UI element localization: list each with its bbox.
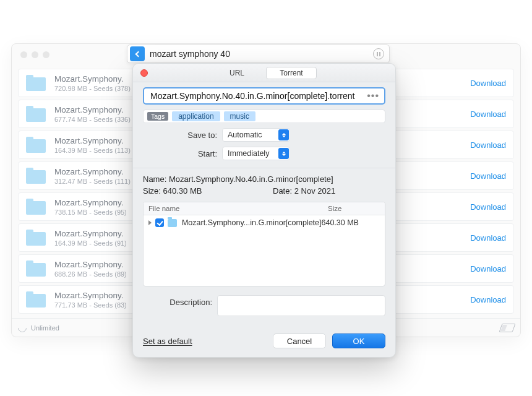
file-checkbox[interactable]	[155, 218, 164, 227]
save-to-select[interactable]: Automatic	[222, 128, 290, 142]
traffic-min-icon[interactable]	[32, 51, 38, 58]
chevron-left-icon	[135, 51, 141, 57]
col-size[interactable]: Size	[323, 202, 385, 215]
tag-music[interactable]: music	[224, 111, 255, 121]
start-select[interactable]: Immediately	[222, 147, 290, 160]
download-link[interactable]: Download	[470, 202, 506, 212]
back-button[interactable]	[130, 46, 145, 61]
torrent-meta: Name: Mozart.Symphony.No.40.in.G.minor[c…	[143, 174, 385, 196]
download-link[interactable]: Download	[470, 110, 506, 119]
dialog-titlebar: URL Torrent	[133, 64, 395, 82]
folder-icon	[26, 230, 46, 246]
file-name: Mozart.Symphony...in.G.minor[complete]	[182, 218, 322, 227]
download-link[interactable]: Download	[470, 264, 506, 273]
set-as-default-link[interactable]: Set as default	[143, 337, 192, 346]
gauge-icon	[16, 322, 28, 334]
disclosure-icon[interactable]	[148, 220, 152, 225]
tab-torrent[interactable]: Torrent	[266, 67, 317, 79]
save-to-label: Save to:	[143, 131, 222, 140]
add-download-dialog: URL Torrent ••• Tags application music S…	[132, 63, 396, 358]
status-unlimited: Unlimited	[18, 324, 59, 332]
file-table: File name Size Mozart.Symphony...in.G.mi…	[143, 202, 385, 286]
traffic-close-icon[interactable]	[20, 51, 27, 58]
more-icon[interactable]: •••	[364, 90, 382, 101]
start-label: Start:	[143, 149, 222, 158]
folder-icon	[26, 168, 46, 184]
traffic-zoom-icon[interactable]	[43, 51, 49, 58]
folder-icon	[26, 75, 46, 91]
tags-label: Tags	[147, 112, 168, 121]
folder-icon	[26, 291, 46, 308]
tab-url[interactable]: URL	[212, 67, 262, 79]
search-bar: mozart symphony 40	[127, 45, 390, 63]
pause-icon[interactable]	[373, 48, 384, 59]
folder-icon	[26, 137, 46, 153]
download-link[interactable]: Download	[470, 79, 506, 88]
eraser-icon[interactable]	[499, 324, 515, 332]
date-label: Date:	[273, 186, 292, 196]
cancel-button[interactable]: Cancel	[273, 334, 326, 348]
col-file-name[interactable]: File name	[144, 202, 323, 215]
folder-icon	[26, 260, 46, 277]
file-row[interactable]: Mozart.Symphony...in.G.minor[complete] 6…	[144, 215, 385, 230]
size-value: 640.30 MB	[163, 186, 202, 196]
folder-icon	[26, 199, 46, 215]
ok-button[interactable]: OK	[332, 334, 385, 348]
close-icon[interactable]	[140, 69, 148, 77]
start-value: Immediately	[228, 149, 269, 158]
status-text: Unlimited	[31, 324, 59, 332]
size-label: Size:	[143, 186, 161, 196]
name-value: Mozart.Symphony.No.40.in.G.minor[complet…	[169, 174, 333, 184]
torrent-file-field: •••	[143, 87, 385, 105]
folder-icon	[168, 219, 177, 227]
file-size: 640.30 MB	[322, 218, 382, 227]
description-field[interactable]	[217, 295, 385, 316]
download-link[interactable]: Download	[470, 233, 506, 243]
file-table-header: File name Size	[144, 202, 385, 215]
download-link[interactable]: Download	[470, 171, 506, 181]
tag-application[interactable]: application	[172, 111, 220, 121]
torrent-file-input[interactable]	[149, 90, 364, 101]
search-input[interactable]: mozart symphony 40	[147, 49, 373, 59]
select-arrows-icon	[278, 148, 289, 159]
source-segmented-control: URL Torrent	[212, 67, 317, 79]
description-label: Description:	[143, 295, 217, 307]
select-arrows-icon	[278, 129, 289, 140]
name-label: Name:	[143, 174, 166, 184]
save-to-value: Automatic	[228, 131, 262, 139]
download-link[interactable]: Download	[470, 295, 506, 304]
download-link[interactable]: Download	[470, 140, 506, 150]
folder-icon	[26, 106, 46, 122]
date-value: 2 Nov 2021	[294, 186, 336, 196]
tags-field[interactable]: Tags application music	[143, 110, 385, 123]
